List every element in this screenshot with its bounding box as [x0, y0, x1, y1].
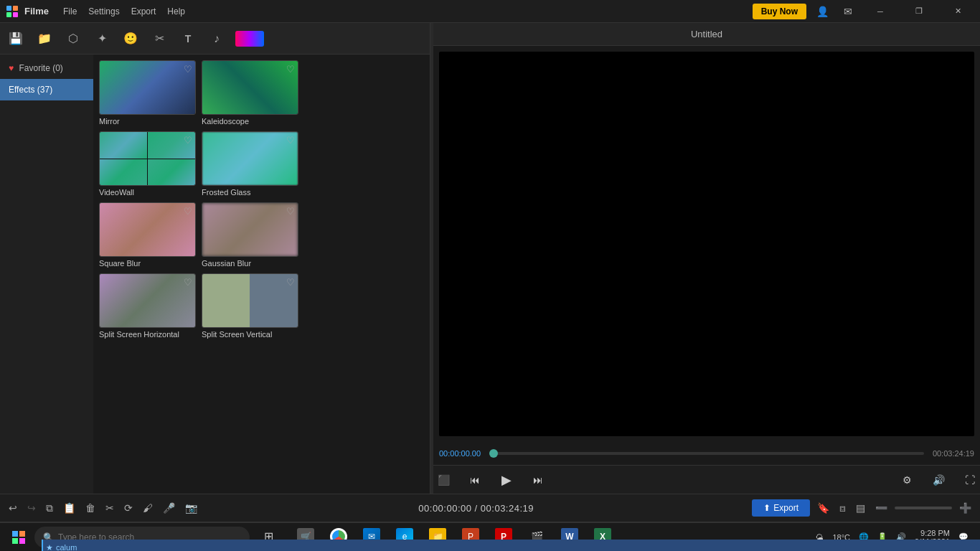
effect-thumb-mirror: ♡: [99, 60, 196, 115]
copy-button[interactable]: ⧉: [43, 498, 56, 518]
favorite-squareblur-icon[interactable]: ♡: [184, 206, 192, 217]
time-display: 00:00:00:00 / 00:03:24:19: [204, 503, 748, 514]
favorite-frosted-icon[interactable]: ♡: [286, 135, 295, 146]
menu-file[interactable]: File: [63, 6, 77, 17]
preview-playhead[interactable]: [489, 449, 498, 458]
save-icon[interactable]: 💾: [6, 29, 26, 49]
preview-progress-bar[interactable]: [489, 452, 924, 455]
svg-rect-1: [13, 6, 18, 11]
effect-square-blur[interactable]: ♡ Square Blur: [99, 202, 196, 268]
sidebar-item-effects[interactable]: Effects (37): [0, 79, 93, 100]
effects-grid[interactable]: ♡ Mirror ♡ Kaleidoscope: [93, 55, 430, 494]
cut-icon[interactable]: ✂: [149, 29, 169, 49]
effect-split-v[interactable]: ♡ Split Screen Vertical: [202, 273, 298, 339]
menu-settings[interactable]: Settings: [88, 6, 119, 17]
effect-mirror[interactable]: ♡ Mirror: [99, 60, 196, 126]
tracks-content[interactable]: ★ calum Activate Windows: [42, 540, 980, 551]
track-name: calum: [56, 543, 77, 551]
redo-button[interactable]: ↪: [24, 498, 39, 518]
effect-label-mirror: Mirror: [99, 117, 196, 126]
favorite-kaleidoscope-icon[interactable]: ♡: [286, 64, 295, 75]
volume-icon[interactable]: 🔊: [928, 470, 948, 490]
svg-rect-6: [12, 538, 18, 544]
effects-row-2: ♡ VideoWall ♡ Frosted Glass: [99, 131, 424, 197]
effect-thumb-kaleidoscope: ♡: [202, 60, 298, 115]
preview-panel: Untitled 00:00:00.00 00:03:24:19 ⬛ ⏮ ▶ ⏭…: [433, 23, 980, 494]
favorite-splitv-icon[interactable]: ♡: [286, 277, 295, 288]
speed-button[interactable]: ⟳: [121, 498, 136, 518]
preview-screen: [439, 52, 974, 436]
start-button[interactable]: [3, 523, 34, 552]
buy-now-button[interactable]: Buy Now: [753, 4, 806, 19]
paste-button[interactable]: 📋: [60, 498, 78, 518]
music-icon[interactable]: ♪: [207, 29, 227, 49]
playhead[interactable]: [42, 540, 43, 551]
emoji-icon[interactable]: 🙂: [121, 29, 141, 49]
menu-bar: File Settings Export Help: [63, 6, 753, 17]
preview-controls: ⬛ ⏮ ▶ ⏭ ⚙ 🔊 ⛶: [433, 465, 980, 494]
color-button[interactable]: 🖌: [140, 498, 156, 518]
svg-rect-7: [19, 538, 25, 544]
undo-button[interactable]: ↩: [6, 498, 20, 518]
audio-button[interactable]: 🎤: [160, 498, 178, 518]
next-frame-button[interactable]: ⏭: [528, 470, 548, 490]
settings-icon[interactable]: ⚙: [897, 470, 917, 490]
zoom-slider[interactable]: [895, 507, 952, 509]
effect-thumb-square-blur: ♡: [99, 202, 196, 257]
effects-row-3: ♡ Square Blur ♡ Gaussian Blur: [99, 202, 424, 268]
user-icon[interactable]: 👤: [812, 1, 832, 22]
track-star-icon: ★: [46, 543, 53, 552]
preview-timeline: 00:00:00.00 00:03:24:19: [433, 442, 980, 465]
restore-button[interactable]: ❐: [903, 0, 936, 23]
effects-row-1: ♡ Mirror ♡ Kaleidoscope: [99, 60, 424, 126]
favorite-videowall-icon[interactable]: ♡: [184, 135, 192, 146]
mail-icon[interactable]: ✉: [838, 1, 858, 22]
favorite-splith-icon[interactable]: ♡: [184, 277, 192, 288]
effect-split-h[interactable]: ♡ Split Screen Horizontal: [99, 273, 196, 339]
sidebar-item-favorite[interactable]: ♥ Favorite (0): [0, 57, 93, 79]
plus-zoom-button[interactable]: ➕: [956, 498, 974, 518]
preview-time-total: 00:03:24:19: [933, 449, 974, 458]
effects-row-4: ♡ Split Screen Horizontal ♡ Split Screen…: [99, 273, 424, 339]
minus-zoom-button[interactable]: ➖: [872, 498, 890, 518]
export-button[interactable]: ⬆ Export: [752, 499, 810, 517]
split-button[interactable]: ✂: [103, 498, 117, 518]
caption-button[interactable]: ⧈: [837, 498, 849, 518]
camera-button[interactable]: 📷: [182, 498, 200, 518]
favorite-gaussianblur-icon[interactable]: ♡: [286, 206, 295, 217]
title-actions: Buy Now 👤 ✉ ─ ❐ ✕: [753, 0, 974, 23]
left-content: ♥ Favorite (0) Effects (37) ♡ Mirro: [0, 55, 430, 494]
subtitle-button[interactable]: ▤: [853, 498, 868, 518]
prev-frame-button[interactable]: ⏮: [465, 470, 485, 490]
heart-icon: ♥: [9, 63, 14, 73]
effect-label-split-v: Split Screen Vertical: [202, 330, 298, 339]
open-icon[interactable]: 📁: [34, 29, 55, 49]
titlebar: Filme File Settings Export Help Buy Now …: [0, 0, 980, 23]
effect-gaussian-blur[interactable]: ♡ Gaussian Blur: [202, 202, 298, 268]
gradient-icon[interactable]: [235, 31, 264, 47]
marker-button[interactable]: 🔖: [814, 498, 832, 518]
share-icon[interactable]: ⬡: [63, 29, 83, 49]
menu-help[interactable]: Help: [167, 6, 185, 17]
effect-label-split-h: Split Screen Horizontal: [99, 330, 196, 339]
delete-button[interactable]: 🗑: [83, 498, 98, 518]
preview-time-current: 00:00:00.00: [439, 449, 481, 458]
svg-rect-3: [13, 12, 18, 17]
svg-rect-4: [12, 531, 18, 537]
favorite-mirror-icon[interactable]: ♡: [184, 64, 192, 75]
minimize-button[interactable]: ─: [864, 0, 897, 23]
video-track-1: ★ calum: [42, 540, 980, 551]
close-button[interactable]: ✕: [941, 0, 974, 23]
play-button[interactable]: ▶: [496, 470, 517, 490]
text-icon[interactable]: T: [178, 29, 198, 49]
effect-kaleidoscope[interactable]: ♡ Kaleidoscope: [202, 60, 298, 126]
track-header: ★ calum: [42, 540, 980, 551]
fullscreen-icon[interactable]: ⛶: [960, 470, 980, 490]
export-icon: ⬆: [763, 503, 771, 513]
sidebar: ♥ Favorite (0) Effects (37): [0, 55, 93, 494]
menu-export[interactable]: Export: [131, 6, 156, 17]
effect-frosted-glass[interactable]: ♡ Frosted Glass: [202, 131, 298, 197]
stop-button[interactable]: ⬛: [433, 470, 453, 490]
effect-videowall[interactable]: ♡ VideoWall: [99, 131, 196, 197]
magic-icon[interactable]: ✦: [92, 29, 112, 49]
